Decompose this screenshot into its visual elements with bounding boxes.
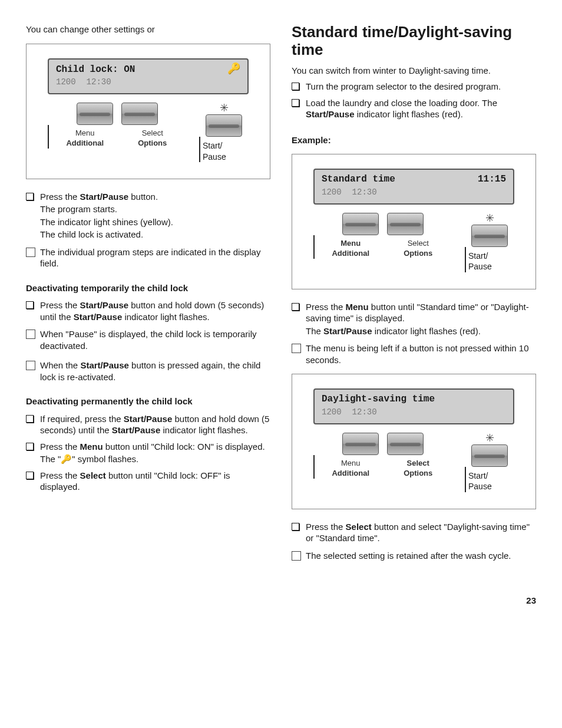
note-box-icon bbox=[292, 344, 301, 353]
lcd-display: Daylight-saving time 1200 12:30 bbox=[313, 388, 514, 424]
note-text: When "Pause" is displayed, the child loc… bbox=[40, 328, 270, 351]
lcd-sub-a: 1200 bbox=[322, 407, 342, 417]
note-box-icon bbox=[292, 551, 301, 561]
note-text: When the Start/Pause button is pressed a… bbox=[40, 360, 270, 383]
checkbox-icon bbox=[26, 472, 34, 479]
start-pause-button[interactable] bbox=[471, 444, 508, 467]
step-text: Press the Menu button until "Standard ti… bbox=[306, 301, 536, 338]
select-button[interactable] bbox=[121, 103, 158, 125]
note-text: The individual program steps are indicat… bbox=[40, 246, 270, 269]
note-box-icon bbox=[26, 361, 35, 370]
checkbox-icon bbox=[26, 415, 34, 423]
select-label-1: Select bbox=[385, 459, 452, 469]
start-pause-button[interactable] bbox=[471, 225, 508, 247]
select-label-1: Select bbox=[385, 239, 452, 249]
lcd-text: Daylight-saving time bbox=[322, 393, 435, 406]
menu-button[interactable] bbox=[342, 213, 379, 235]
menu-label-2: Additional bbox=[317, 469, 385, 479]
snowflake-icon: ✳ bbox=[465, 433, 514, 443]
select-button[interactable] bbox=[387, 213, 424, 235]
heading-deactivate-temp: Deactivating temporarily the child lock bbox=[26, 282, 270, 294]
lcd-time: 11:15 bbox=[478, 173, 506, 186]
heading-standard-time: Standard time/Daylight-saving time bbox=[292, 24, 536, 59]
step-text: Turn the program selector to the desired… bbox=[306, 81, 536, 94]
menu-label-1: Menu bbox=[317, 239, 385, 249]
menu-label-2: Additional bbox=[317, 249, 385, 259]
start-label-1: Start/ bbox=[468, 470, 514, 481]
start-label-1: Start/ bbox=[468, 251, 514, 261]
start-label-2: Pause bbox=[203, 151, 249, 162]
lcd-sub-a: 1200 bbox=[322, 187, 342, 197]
start-pause-button[interactable] bbox=[206, 114, 242, 137]
note-text: The selected setting is retained after t… bbox=[306, 550, 536, 562]
menu-button[interactable] bbox=[342, 433, 379, 455]
lcd-display: Standard time 11:15 1200 12:30 bbox=[313, 169, 514, 205]
key-icon: 🔑 bbox=[227, 63, 240, 74]
lcd-sub-b: 12:30 bbox=[87, 77, 111, 87]
menu-label-1: Menu bbox=[317, 459, 385, 469]
step-text: If required, press the Start/Pause butto… bbox=[40, 413, 270, 437]
note-box-icon bbox=[26, 330, 35, 339]
step-text: Load the laundry and close the loading d… bbox=[306, 97, 536, 121]
checkbox-icon bbox=[26, 301, 34, 309]
snowflake-icon: ✳ bbox=[465, 213, 514, 223]
step-text: Press the Select button until "Child loc… bbox=[40, 470, 270, 494]
right-intro: You can switch from winter to Daylight-s… bbox=[292, 65, 536, 77]
lcd-sub-a: 1200 bbox=[56, 77, 76, 87]
select-button[interactable] bbox=[387, 433, 424, 455]
panel-standard-time: Standard time 11:15 1200 12:30 bbox=[292, 154, 536, 289]
start-label-2: Pause bbox=[468, 261, 514, 272]
start-label-2: Pause bbox=[468, 481, 514, 492]
step-text: Press the Select button and select "Dayl… bbox=[306, 521, 536, 545]
select-label-2: Options bbox=[385, 469, 452, 479]
note-box-icon bbox=[26, 248, 35, 257]
select-label-2: Options bbox=[119, 139, 187, 149]
step-text: Press the Start/Pause button and hold do… bbox=[40, 299, 270, 324]
heading-deactivate-perm: Deactivating permanently the child lock bbox=[26, 396, 270, 407]
lcd-text: Standard time bbox=[322, 173, 395, 186]
menu-label-2: Additional bbox=[51, 139, 119, 149]
checkbox-icon bbox=[292, 83, 299, 90]
lcd-text: Child lock: ON bbox=[56, 64, 135, 76]
lcd-sub-b: 12:30 bbox=[352, 187, 377, 197]
left-intro: You can change other settings or bbox=[26, 24, 270, 35]
lcd-display: Child lock: ON 🔑 1200 12:30 bbox=[48, 58, 249, 95]
checkbox-icon bbox=[292, 523, 299, 531]
note-text: The menu is being left if a button is no… bbox=[306, 342, 536, 365]
select-label-1: Select bbox=[119, 129, 187, 139]
panel-daylight-saving: Daylight-saving time 1200 12:30 bbox=[292, 374, 536, 509]
page-number: 23 bbox=[26, 595, 536, 607]
step-text: Press the Menu button until "Child lock:… bbox=[40, 441, 270, 466]
snowflake-icon: ✳ bbox=[199, 103, 249, 113]
menu-label-1: Menu bbox=[51, 129, 119, 139]
panel-child-lock: Child lock: ON 🔑 1200 12:30 bbox=[26, 44, 270, 179]
checkbox-icon bbox=[26, 443, 34, 450]
checkbox-icon bbox=[292, 99, 299, 107]
lcd-sub-b: 12:30 bbox=[352, 407, 377, 417]
checkbox-icon bbox=[26, 193, 34, 200]
select-label-2: Options bbox=[385, 249, 452, 259]
start-label-1: Start/ bbox=[203, 140, 249, 151]
checkbox-icon bbox=[292, 303, 299, 311]
step-text: Press the Start/Pause button. The progra… bbox=[40, 191, 270, 242]
menu-button[interactable] bbox=[77, 103, 113, 125]
heading-example: Example: bbox=[292, 134, 536, 146]
